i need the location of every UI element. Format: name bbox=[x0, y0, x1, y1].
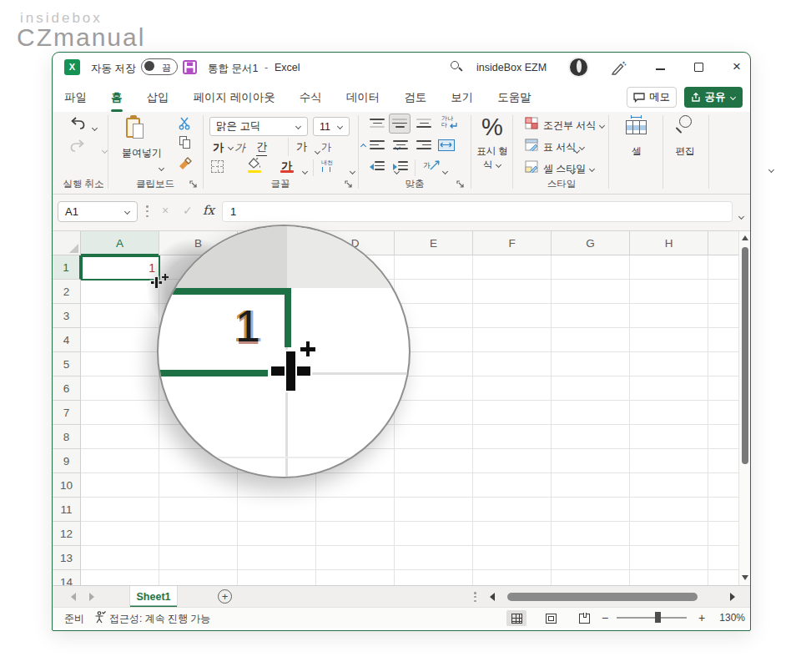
redo-icon[interactable] bbox=[69, 139, 86, 153]
fill-color-icon[interactable] bbox=[248, 158, 261, 169]
cut-icon[interactable] bbox=[178, 116, 192, 130]
copy-dropdown-chevron[interactable] bbox=[227, 144, 234, 151]
font-name-chevron[interactable] bbox=[295, 124, 301, 130]
formula-bar-expand-chevron[interactable] bbox=[738, 214, 744, 220]
bold-button[interactable]: 가 bbox=[213, 140, 224, 155]
tab-home[interactable]: 홈 bbox=[109, 90, 124, 105]
underline-dropdown-chevron[interactable] bbox=[315, 149, 321, 155]
tab-page-layout[interactable]: 페이지 레이아웃 bbox=[192, 90, 277, 105]
tab-view[interactable]: 보기 bbox=[449, 90, 475, 105]
row-header-11[interactable]: 11 bbox=[53, 498, 81, 522]
format-as-table-button[interactable]: 표 서식 bbox=[543, 140, 586, 154]
sheet-nav-left[interactable] bbox=[71, 593, 76, 601]
enter-entry-button[interactable]: ✓ bbox=[183, 204, 193, 217]
normal-view-button[interactable] bbox=[506, 610, 526, 626]
undo-dropdown-chevron[interactable] bbox=[91, 125, 98, 132]
align-left-button[interactable] bbox=[370, 140, 385, 150]
sheet-nav-right[interactable] bbox=[89, 593, 94, 601]
align-middle-button[interactable] bbox=[392, 119, 407, 129]
phonetic-dropdown-chevron[interactable] bbox=[442, 169, 449, 175]
number-format-chevron[interactable] bbox=[495, 162, 501, 169]
row-header-6[interactable]: 6 bbox=[53, 376, 81, 401]
formula-input[interactable]: 1 bbox=[222, 201, 733, 222]
row-header-4[interactable]: 4 bbox=[53, 328, 81, 352]
zoom-level[interactable]: 130% bbox=[715, 612, 745, 624]
tab-review[interactable]: 검토 bbox=[402, 90, 428, 105]
zoom-slider-thumb[interactable] bbox=[655, 612, 661, 623]
row-header-10[interactable]: 10 bbox=[53, 473, 81, 498]
column-header-partial[interactable] bbox=[708, 231, 738, 255]
name-box-chevron[interactable] bbox=[123, 209, 130, 215]
align-center-button[interactable] bbox=[393, 140, 408, 150]
row-header-12[interactable]: 12 bbox=[53, 522, 81, 546]
clipboard-dialog-launcher[interactable] bbox=[189, 180, 198, 189]
hscroll-left-arrow[interactable] bbox=[490, 593, 495, 601]
vertical-scrollbar[interactable] bbox=[738, 231, 750, 585]
number-format-label-line1[interactable]: 표시 형 bbox=[470, 145, 515, 158]
cells-dropdown-chevron[interactable] bbox=[768, 167, 775, 174]
row-header-3[interactable]: 3 bbox=[53, 304, 81, 328]
zoom-out-button[interactable]: − bbox=[602, 611, 608, 624]
zoom-slider-track[interactable] bbox=[617, 617, 687, 619]
row-header-2[interactable]: 2 bbox=[53, 280, 81, 304]
avatar[interactable] bbox=[570, 58, 587, 76]
tab-formulas[interactable]: 수식 bbox=[298, 90, 324, 105]
maximize-button[interactable] bbox=[694, 63, 703, 72]
zoom-in-button[interactable]: + bbox=[698, 611, 705, 624]
cell-styles-chevron[interactable] bbox=[589, 166, 596, 173]
undo-icon[interactable] bbox=[69, 117, 86, 130]
row-header-9[interactable]: 9 bbox=[53, 449, 81, 473]
page-layout-view-button[interactable] bbox=[541, 610, 561, 626]
new-sheet-button[interactable]: + bbox=[218, 589, 232, 604]
search-icon[interactable] bbox=[451, 61, 464, 74]
conditional-formatting-button[interactable]: 조건부 서식 bbox=[543, 119, 606, 133]
percent-style-button[interactable]: % bbox=[475, 114, 510, 141]
row-header-14[interactable]: 14 bbox=[53, 570, 81, 585]
insert-function-button[interactable]: fx bbox=[203, 203, 214, 218]
paste-clipboard-icon[interactable] bbox=[126, 116, 144, 139]
page-break-view-button[interactable] bbox=[574, 610, 594, 626]
row-header-7[interactable]: 7 bbox=[53, 401, 81, 425]
accessibility-status[interactable]: 접근성: 계속 진행 가능 bbox=[109, 612, 210, 626]
account-name[interactable]: insideBox EZM bbox=[476, 62, 547, 73]
format-as-table-chevron[interactable] bbox=[579, 144, 586, 151]
tab-insert[interactable]: 삽입 bbox=[145, 90, 171, 105]
cancel-entry-button[interactable]: × bbox=[162, 204, 169, 217]
namebox-drag-dots[interactable] bbox=[146, 205, 149, 217]
paste-label[interactable]: 붙여넣기 bbox=[118, 146, 166, 160]
font-name-select[interactable]: 맑은 고딕 bbox=[209, 117, 308, 136]
column-header-e[interactable]: E bbox=[395, 231, 473, 255]
column-header-a[interactable]: A bbox=[81, 231, 159, 255]
row-header-8[interactable]: 8 bbox=[53, 425, 81, 449]
minimize-button[interactable] bbox=[656, 68, 665, 70]
tab-help[interactable]: 도움말 bbox=[496, 90, 533, 105]
save-icon[interactable] bbox=[183, 60, 197, 74]
comments-button[interactable]: 메모 bbox=[627, 87, 677, 108]
vertical-scroll-thumb[interactable] bbox=[742, 247, 748, 464]
underline-button[interactable]: 간 bbox=[256, 139, 267, 156]
paste-dropdown-chevron[interactable] bbox=[159, 165, 165, 172]
phonetic-guide-button[interactable]: 내천 bbox=[320, 159, 335, 165]
scroll-down-arrow[interactable] bbox=[742, 575, 748, 580]
row-header-13[interactable]: 13 bbox=[53, 546, 81, 570]
font-size-select[interactable]: 11 bbox=[313, 117, 350, 136]
borders-dropdown-chevron[interactable] bbox=[301, 169, 308, 175]
cell-styles-button[interactable]: 셀 스타일 bbox=[543, 162, 596, 176]
font-dialog-launcher[interactable] bbox=[345, 180, 353, 189]
share-button[interactable]: 공유 bbox=[684, 87, 743, 108]
ink-pen-icon[interactable] bbox=[610, 60, 627, 75]
align-bottom-button[interactable] bbox=[416, 119, 431, 129]
number-format-label-line2[interactable]: 식 bbox=[470, 159, 515, 171]
borders-button[interactable] bbox=[211, 160, 224, 173]
align-right-button[interactable] bbox=[416, 140, 431, 150]
row-header-1[interactable]: 1 bbox=[53, 255, 81, 280]
scroll-up-arrow[interactable] bbox=[742, 235, 748, 240]
copy-icon[interactable] bbox=[179, 136, 191, 149]
merge-center-button[interactable] bbox=[438, 139, 455, 151]
align-top-button[interactable] bbox=[370, 119, 385, 129]
italic-button[interactable]: 가 bbox=[234, 140, 245, 155]
tab-file[interactable]: 파일 bbox=[63, 90, 88, 105]
orientation-button[interactable]: 가 bbox=[423, 158, 441, 174]
format-painter-icon[interactable] bbox=[178, 156, 193, 169]
tab-data[interactable]: 데이터 bbox=[345, 90, 382, 105]
